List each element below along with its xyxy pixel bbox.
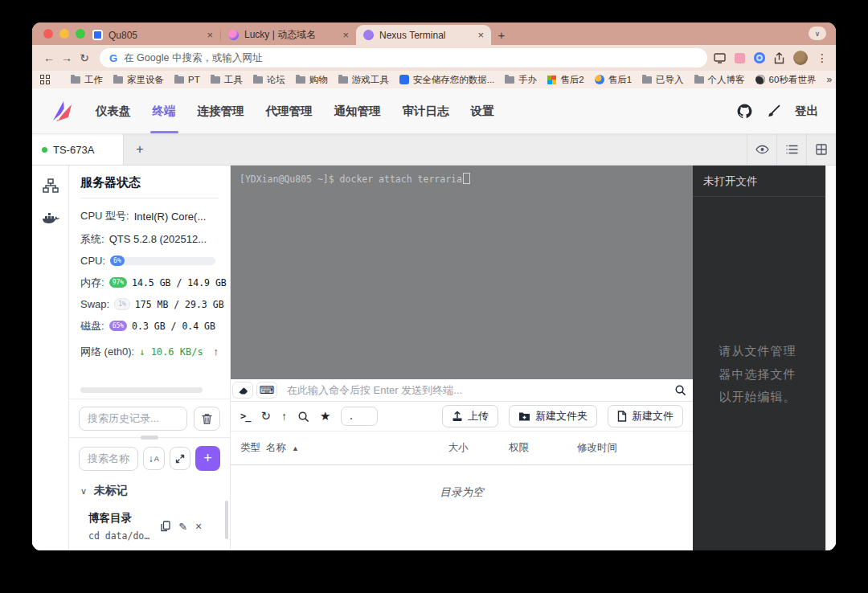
apps-grid-icon[interactable]	[40, 75, 50, 84]
theme-brush-icon[interactable]	[767, 104, 780, 118]
add-session-button[interactable]: +	[124, 134, 156, 165]
nav-item-connections[interactable]: 连接管理	[198, 104, 244, 119]
docker-rail-icon[interactable]	[42, 212, 59, 226]
browser-tab-qu805[interactable]: Qu805 ×	[85, 25, 220, 45]
close-window-button[interactable]	[43, 29, 53, 39]
bookmark-folder[interactable]: 个人博客	[694, 74, 745, 86]
path-input[interactable]	[341, 407, 378, 426]
up-directory-icon[interactable]: ↑	[281, 410, 287, 423]
bookmark-folder[interactable]: 手办	[505, 74, 537, 86]
delete-icon[interactable]: ×	[195, 520, 202, 533]
tab-label: Qu805	[108, 30, 137, 41]
column-permissions[interactable]: 权限	[509, 441, 577, 455]
split-grid-button[interactable]	[806, 134, 836, 165]
upload-icon	[452, 411, 463, 422]
command-search-button[interactable]	[667, 384, 693, 396]
bookmark-folder[interactable]: 游戏工具	[338, 74, 389, 86]
column-type[interactable]: 类型	[240, 442, 266, 453]
nav-item-notifications[interactable]: 通知管理	[334, 104, 381, 119]
extension-pink-icon[interactable]	[735, 53, 745, 63]
sort-button[interactable]: ↓ A	[143, 447, 165, 470]
tab-favicon	[92, 30, 103, 40]
copy-icon[interactable]	[161, 521, 170, 532]
share-icon[interactable]	[774, 52, 784, 64]
tab-close-icon[interactable]: ×	[477, 29, 484, 41]
terminal-column: [YDXian@Qu805 ~]$ docker attach terraria…	[231, 166, 693, 550]
nav-item-proxies[interactable]: 代理管理	[266, 104, 313, 119]
quick-command-search-input[interactable]	[79, 447, 138, 471]
clear-history-button[interactable]	[194, 407, 220, 431]
folder-icon	[642, 76, 652, 84]
github-icon[interactable]	[737, 104, 752, 119]
bookmark-item[interactable]: 售后1	[595, 74, 632, 86]
horizontal-scrollbar[interactable]	[80, 387, 203, 393]
column-modified[interactable]: 修改时间	[577, 441, 683, 455]
expand-button[interactable]	[170, 447, 191, 470]
bookmark-item[interactable]: 60秒看世界	[755, 74, 817, 86]
upload-button[interactable]: 上传	[442, 405, 498, 427]
zoom-window-button[interactable]	[76, 29, 85, 39]
nav-item-settings[interactable]: 设置	[471, 104, 494, 119]
new-tab-button[interactable]: +	[491, 25, 512, 45]
minimize-window-button[interactable]	[59, 29, 69, 39]
capture-icon[interactable]	[714, 53, 726, 63]
nav-item-dashboard[interactable]: 仪表盘	[96, 104, 131, 119]
bookmark-folder[interactable]: 工作	[71, 74, 103, 86]
extension-blue-icon[interactable]	[754, 52, 765, 63]
panel-resize-handle[interactable]	[141, 436, 158, 440]
bookmark-folder[interactable]: 已导入	[642, 74, 684, 86]
group-untagged[interactable]: ∨ 未标记	[80, 484, 220, 498]
virtual-keyboard-button[interactable]: ⌨	[256, 382, 277, 399]
open-terminal-icon[interactable]: >_	[240, 411, 250, 422]
visibility-button[interactable]	[747, 134, 776, 165]
browser-menu-button[interactable]: ⋮	[817, 51, 828, 64]
file-search-icon[interactable]	[297, 411, 309, 423]
bookmarks-overflow-button[interactable]: »	[826, 74, 832, 85]
logout-button[interactable]: 登出	[795, 104, 818, 119]
session-list-button[interactable]	[776, 134, 806, 165]
vertical-scrollbar[interactable]	[225, 501, 228, 539]
bookmark-favicon	[399, 75, 409, 84]
add-command-button[interactable]: +	[195, 446, 220, 471]
clear-terminal-button[interactable]	[232, 382, 253, 399]
terminal-screen[interactable]: [YDXian@Qu805 ~]$ docker attach terraria	[231, 166, 693, 379]
new-file-button[interactable]: 新建文件	[608, 405, 683, 427]
tab-close-icon[interactable]: ×	[342, 29, 349, 41]
google-icon: G	[109, 52, 117, 64]
bookmark-item[interactable]: 售后2	[547, 74, 583, 86]
bookmark-folder[interactable]: 购物	[296, 74, 328, 86]
back-button[interactable]: ←	[40, 51, 58, 64]
history-search-input[interactable]	[79, 407, 187, 431]
tab-search-button[interactable]: ∨	[809, 27, 826, 40]
server-status-rail-icon[interactable]	[43, 178, 59, 193]
tab-close-icon[interactable]: ×	[207, 29, 213, 41]
profile-avatar[interactable]	[793, 51, 808, 65]
browser-tab-nexus-terminal[interactable]: Nexus Terminal ×	[356, 25, 491, 45]
grid-icon	[816, 144, 827, 155]
bookmark-folder[interactable]: 家里设备	[113, 74, 164, 86]
forward-button[interactable]: →	[58, 51, 76, 64]
column-name[interactable]: 名称 ▲	[266, 441, 448, 455]
refresh-icon[interactable]: ↻	[260, 409, 271, 423]
favorites-star-icon[interactable]: ★	[320, 409, 330, 423]
command-item[interactable]: 博客目录 cd data/do… ✎ ×	[79, 511, 220, 542]
new-folder-button[interactable]: 新建文件夹	[509, 405, 597, 427]
app-logo[interactable]	[50, 99, 74, 123]
bookmarks-bar: 工作 家里设备 PT 工具 论坛 购物 游戏工具 安全储存您的数据... 手办 …	[32, 71, 836, 88]
bookmark-folder[interactable]: 工具	[211, 74, 243, 86]
reload-button[interactable]: ↻	[76, 51, 93, 64]
nav-item-audit-log[interactable]: 审计日志	[403, 104, 449, 119]
bookmark-folder[interactable]: PT	[174, 75, 200, 84]
browser-tab-lucky[interactable]: Lucky | 动态域名 ×	[221, 25, 356, 45]
column-size[interactable]: 大小	[448, 441, 509, 455]
nav-item-terminal[interactable]: 终端	[153, 104, 176, 119]
edit-icon[interactable]: ✎	[178, 521, 187, 533]
editor-scrollbar-gutter[interactable]	[825, 166, 836, 550]
file-toolbar: >_ ↻ ↑ ★ 上传	[231, 402, 693, 431]
bookmark-folder[interactable]: 论坛	[253, 74, 285, 86]
address-bar[interactable]: G 在 Google 中搜索，或输入网址	[100, 48, 707, 67]
bookmark-item[interactable]: 安全储存您的数据...	[399, 74, 495, 86]
session-tab-ts673a[interactable]: TS-673A	[32, 134, 124, 165]
command-input[interactable]	[279, 384, 667, 396]
sort-letter-icon: A	[154, 455, 159, 463]
